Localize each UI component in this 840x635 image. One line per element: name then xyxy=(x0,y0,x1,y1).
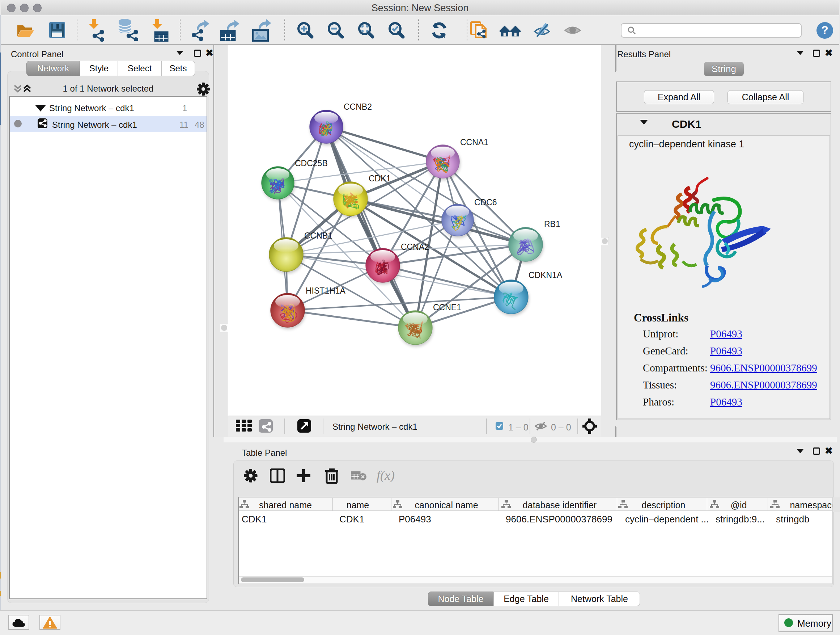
svg-text:CCNB1: CCNB1 xyxy=(304,231,332,241)
svg-text:CCNB2: CCNB2 xyxy=(344,102,372,111)
svg-text:CDKN1A: CDKN1A xyxy=(529,271,562,280)
svg-text:CDC6: CDC6 xyxy=(474,198,497,207)
svg-text:CCNE1: CCNE1 xyxy=(433,302,461,312)
svg-text:CCNA2: CCNA2 xyxy=(401,242,429,252)
svg-text:?: ? xyxy=(821,24,829,36)
svg-text:HIST1H1A: HIST1H1A xyxy=(306,286,346,295)
svg-text:RB1: RB1 xyxy=(544,219,561,229)
svg-text:CCNA1: CCNA1 xyxy=(460,138,488,147)
svg-text:CDC25B: CDC25B xyxy=(295,158,328,168)
svg-text:CDK1: CDK1 xyxy=(369,174,391,183)
